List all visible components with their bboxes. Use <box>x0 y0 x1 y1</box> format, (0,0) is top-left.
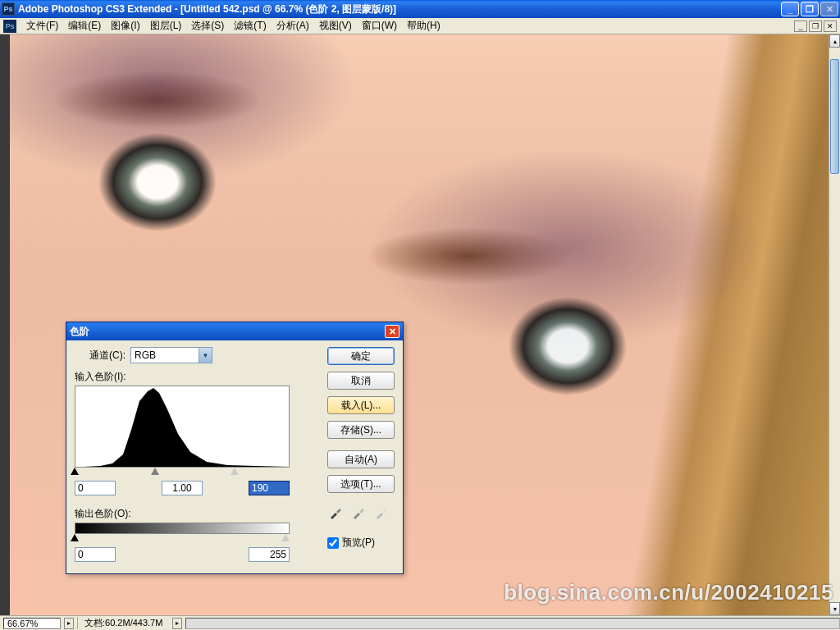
input-white-slider[interactable] <box>231 468 239 475</box>
preview-checkbox[interactable] <box>327 537 339 549</box>
minimize-button[interactable]: _ <box>781 2 799 16</box>
scroll-up-icon[interactable]: ▴ <box>829 34 840 48</box>
menu-select[interactable]: 选择(S) <box>186 17 229 34</box>
output-slider-track[interactable] <box>75 534 290 544</box>
load-button[interactable]: 载入(L)... <box>327 396 395 414</box>
menu-window[interactable]: 窗口(W) <box>357 17 402 34</box>
dialog-left-column: 通道(C): RGB ▼ 输入色阶(I): <box>75 347 317 562</box>
channel-select[interactable]: RGB ▼ <box>130 347 212 363</box>
eyedropper-group <box>327 504 395 521</box>
window-controls: _ ❐ ✕ <box>781 2 838 16</box>
app-small-icon: Ps <box>3 20 16 33</box>
zoom-field[interactable]: 66.67% <box>3 618 61 629</box>
menu-view[interactable]: 视图(V) <box>314 17 357 34</box>
zoom-arrow-icon[interactable]: ▸ <box>64 618 74 629</box>
close-button[interactable]: ✕ <box>820 2 838 16</box>
input-black-field[interactable] <box>75 481 116 495</box>
ok-button[interactable]: 确定 <box>327 347 395 365</box>
chevron-down-icon[interactable]: ▼ <box>199 348 212 363</box>
histogram <box>75 386 290 468</box>
dialog-title: 色阶 <box>70 325 385 339</box>
eyedropper-black-icon[interactable] <box>327 504 344 521</box>
input-gamma-slider[interactable] <box>151 468 159 475</box>
menu-image[interactable]: 图像(I) <box>106 17 144 34</box>
output-black-slider[interactable] <box>71 534 79 541</box>
vertical-scrollbar[interactable]: ▴ ▾ <box>829 34 840 615</box>
mdi-restore[interactable]: ❐ <box>809 21 822 32</box>
menu-file[interactable]: 文件(F) <box>21 17 63 34</box>
channel-label: 通道(C): <box>89 349 126 363</box>
save-button[interactable]: 存储(S)... <box>327 421 395 439</box>
input-white-field[interactable] <box>249 481 290 495</box>
input-black-slider[interactable] <box>71 468 79 475</box>
menu-help[interactable]: 帮助(H) <box>402 17 445 34</box>
dialog-title-bar[interactable]: 色阶 ✕ <box>66 322 403 340</box>
dialog-close-button[interactable]: ✕ <box>385 325 399 338</box>
mdi-minimize[interactable]: _ <box>794 21 807 32</box>
mdi-controls: _ ❐ ✕ <box>794 21 837 32</box>
horizontal-scrollbar[interactable] <box>185 618 840 629</box>
scroll-thumb[interactable] <box>830 59 839 174</box>
scroll-down-icon[interactable]: ▾ <box>829 602 840 615</box>
preview-checkbox-row[interactable]: 预览(P) <box>327 536 395 550</box>
output-black-field[interactable] <box>75 547 116 562</box>
menu-filter[interactable]: 滤镜(T) <box>229 17 271 34</box>
output-levels-label: 输出色阶(O): <box>75 507 317 521</box>
mdi-close[interactable]: ✕ <box>824 21 837 32</box>
doc-size-value: 60.2M/443.7M <box>105 618 162 628</box>
input-gamma-field[interactable] <box>162 481 203 495</box>
menu-analysis[interactable]: 分析(A) <box>272 17 314 34</box>
eyedropper-white-icon[interactable] <box>373 504 390 521</box>
menu-layer[interactable]: 图层(L) <box>145 17 187 34</box>
channel-value: RGB <box>131 349 199 361</box>
input-slider-track[interactable] <box>75 468 290 477</box>
levels-dialog: 色阶 ✕ 通道(C): RGB ▼ 输入色阶(I): <box>66 322 404 574</box>
output-gradient <box>75 523 290 534</box>
auto-button[interactable]: 自动(A) <box>327 450 395 468</box>
window-title: Adobe Photoshop CS3 Extended - [Untitled… <box>18 2 781 16</box>
doc-size-label: 文档: <box>84 618 105 628</box>
app-icon: Ps <box>2 2 15 16</box>
preview-label: 预览(P) <box>342 536 375 550</box>
cancel-button[interactable]: 取消 <box>327 372 395 390</box>
dialog-right-column: 确定 取消 载入(L)... 存储(S)... 自动(A) 选项(T)... 预… <box>327 347 395 562</box>
doc-menu-arrow-icon[interactable]: ▸ <box>172 618 182 629</box>
output-white-field[interactable] <box>249 547 290 562</box>
window-title-bar: Ps Adobe Photoshop CS3 Extended - [Untit… <box>0 0 840 18</box>
status-bar: 66.67% ▸ 文档:60.2M/443.7M ▸ <box>0 615 840 630</box>
doc-size-readout: 文档:60.2M/443.7M <box>77 617 169 629</box>
output-white-slider[interactable] <box>281 534 290 541</box>
dialog-body: 通道(C): RGB ▼ 输入色阶(I): <box>66 340 403 573</box>
menu-bar: Ps 文件(F) 编辑(E) 图像(I) 图层(L) 选择(S) 滤镜(T) 分… <box>0 18 840 34</box>
menu-edit[interactable]: 编辑(E) <box>63 17 106 34</box>
options-button[interactable]: 选项(T)... <box>327 475 395 493</box>
input-levels-label: 输入色阶(I): <box>75 370 317 384</box>
maximize-button[interactable]: ❐ <box>801 2 819 16</box>
eyedropper-gray-icon[interactable] <box>350 504 367 521</box>
